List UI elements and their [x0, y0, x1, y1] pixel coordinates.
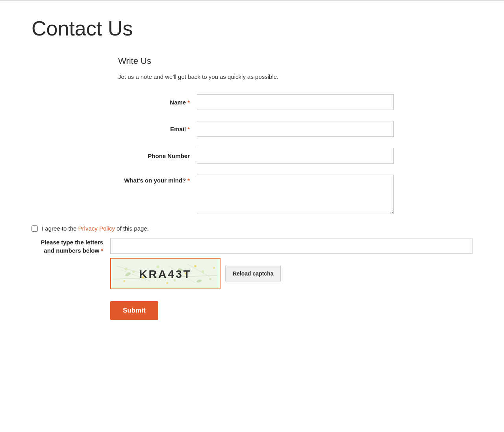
message-textarea[interactable]	[197, 175, 394, 214]
captcha-input[interactable]	[110, 238, 472, 254]
email-required: *	[187, 126, 190, 132]
svg-point-17	[213, 267, 215, 269]
svg-point-7	[132, 270, 135, 273]
privacy-row: I agree to the Privacy Policy of this pa…	[32, 225, 472, 232]
captcha-label: Please type the letters and numbers belo…	[32, 238, 110, 255]
section-title: Write Us	[118, 56, 394, 66]
captcha-image: KRA43T	[110, 258, 220, 289]
name-input[interactable]	[197, 94, 394, 110]
svg-point-10	[201, 270, 204, 273]
message-label: What's on your mind?*	[118, 175, 197, 184]
reload-captcha-button[interactable]: Reload captcha	[225, 266, 281, 281]
submit-button[interactable]: Submit	[110, 301, 158, 320]
phone-label: Phone Number	[118, 153, 197, 159]
phone-row: Phone Number	[118, 148, 394, 164]
privacy-policy-link[interactable]: Privacy Policy	[78, 225, 115, 232]
email-row: Email*	[118, 121, 394, 137]
message-required: *	[187, 177, 190, 184]
svg-point-16	[123, 280, 125, 282]
svg-point-6	[124, 268, 128, 271]
name-required: *	[187, 99, 190, 106]
page-title: Contact Us	[32, 17, 472, 40]
submit-row: Submit	[110, 301, 472, 320]
captcha-required: *	[101, 247, 103, 254]
svg-point-11	[209, 278, 211, 280]
name-label: Name*	[118, 99, 197, 106]
captcha-row: Please type the letters and numbers belo…	[32, 238, 472, 289]
svg-point-15	[194, 265, 196, 267]
message-row: What's on your mind?*	[118, 175, 394, 214]
name-row: Name*	[118, 94, 394, 110]
captcha-section: Please type the letters and numbers belo…	[32, 238, 472, 289]
captcha-right: KRA43T Reload captcha	[110, 238, 472, 289]
svg-text:KRA43T: KRA43T	[139, 268, 192, 280]
privacy-checkbox[interactable]	[32, 225, 38, 232]
phone-input[interactable]	[197, 148, 394, 164]
captcha-image-row: KRA43T Reload captcha	[110, 258, 472, 289]
svg-point-14	[166, 282, 168, 284]
privacy-label: I agree to the Privacy Policy of this pa…	[42, 225, 149, 232]
email-label: Email*	[118, 126, 197, 132]
email-input[interactable]	[197, 121, 394, 137]
section-description: Jot us a note and we'll get back to you …	[118, 73, 394, 80]
